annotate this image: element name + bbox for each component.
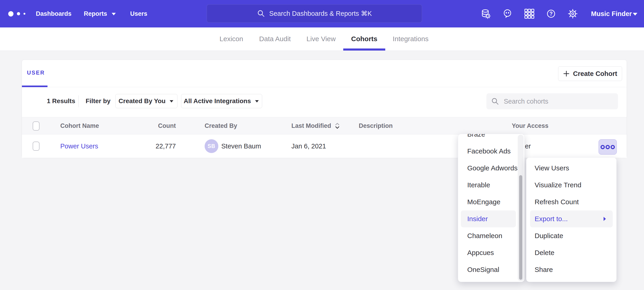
select-all-checkbox[interactable] (33, 121, 40, 130)
more-options-icon (600, 144, 615, 150)
menu-item-google-adwords[interactable]: Google Adwords (458, 160, 524, 177)
menu-item-duplicate[interactable]: Duplicate (526, 227, 616, 244)
export-to-label: Export to... (534, 215, 568, 223)
create-cohort-button[interactable]: Create Cohort (558, 66, 622, 81)
project-name: Music Finder (591, 10, 632, 18)
create-cohort-label: Create Cohort (573, 70, 617, 78)
integrations-filter-dropdown[interactable]: All Active Integrations (181, 94, 262, 108)
mixpanel-logo[interactable] (8, 0, 25, 28)
svg-text:?: ? (550, 11, 553, 17)
menu-item-share[interactable]: Share (526, 261, 616, 278)
cohort-count: 22,777 (145, 134, 176, 158)
tab-user-cohorts[interactable]: USER (27, 60, 45, 86)
chevron-down-icon (111, 11, 117, 17)
active-tab-underline (343, 49, 385, 51)
menu-item-facebook-ads[interactable]: Facebook Ads (458, 143, 524, 160)
menu-item-chameleon[interactable]: Chameleon (458, 227, 524, 244)
column-last-modified-label: Last Modified (292, 117, 331, 134)
search-cohorts-input[interactable] (486, 93, 618, 109)
column-your-access[interactable]: Your Access (512, 117, 548, 134)
logo-dot-large (8, 11, 14, 17)
tab-live-view[interactable]: Live View (306, 28, 336, 50)
row-context-menu: View Users Visualize Trend Refresh Count… (526, 157, 616, 282)
export-target-list: Braze Facebook Ads Google Adwords Iterab… (458, 134, 524, 278)
project-chevron-down-icon[interactable] (632, 11, 638, 17)
column-last-modified[interactable]: Last Modified (292, 117, 340, 134)
tab-cohorts[interactable]: Cohorts (351, 28, 378, 50)
row-actions-button[interactable] (598, 139, 617, 155)
data-management-icon[interactable] (480, 9, 491, 19)
nav-users-label: Users (130, 10, 147, 17)
menu-item-insider[interactable]: Insider (461, 210, 516, 227)
menu-item-delete[interactable]: Delete (526, 244, 616, 261)
chevron-down-icon (254, 98, 260, 104)
logo-dot-small (24, 13, 25, 15)
menu-item-appcues[interactable]: Appcues (458, 244, 524, 261)
tab-lexicon[interactable]: Lexicon (220, 28, 243, 50)
cohorts-panel: USER Create Cohort 1 Results Filter by C… (22, 60, 627, 158)
column-description[interactable]: Description (359, 117, 393, 134)
search-icon (257, 9, 265, 18)
avatar: SB (204, 139, 218, 153)
results-count: 1 Results (47, 94, 75, 108)
search-icon (491, 97, 499, 105)
last-modified-date: Jan 6, 2021 (292, 134, 326, 158)
project-switcher[interactable]: Music Finder (591, 0, 632, 28)
cohort-type-tabs: USER Create Cohort (22, 60, 627, 87)
table-row[interactable]: Power Users 22,777 SB Steven Baum Jan 6,… (22, 134, 627, 158)
global-search-placeholder: Search Dashboards & Reports ⌘K (269, 10, 372, 17)
integrations-filter-label: All Active Integrations (184, 97, 251, 105)
created-by-filter-dropdown[interactable]: Created By You (115, 94, 178, 108)
row-checkbox[interactable] (33, 141, 40, 151)
user-tab-underline (22, 86, 48, 87)
nav-users[interactable]: Users (130, 0, 147, 28)
menu-item-view-users[interactable]: View Users (526, 160, 616, 177)
menu-item-onesignal[interactable]: OneSignal (458, 261, 524, 278)
help-icon[interactable]: ? (546, 9, 556, 19)
tab-data-audit[interactable]: Data Audit (259, 28, 291, 50)
cohort-name-link[interactable]: Power Users (60, 134, 98, 158)
feedback-icon[interactable] (502, 9, 513, 19)
plus-icon (563, 70, 570, 77)
menu-item-braze[interactable]: Braze (458, 134, 524, 143)
column-cohort-name[interactable]: Cohort Name (60, 117, 99, 134)
scrollbar-thumb[interactable] (519, 175, 522, 280)
column-count[interactable]: Count (145, 117, 176, 134)
nav-dashboards[interactable]: Dashboards (36, 0, 72, 28)
top-nav: Dashboards Reports Users Search Dashboar… (0, 0, 644, 28)
menu-item-iterable[interactable]: Iterable (458, 177, 524, 194)
menu-item-moengage[interactable]: MoEngage (458, 194, 524, 210)
filter-by-label: Filter by (86, 94, 110, 108)
export-target-menu: Braze Facebook Ads Google Adwords Iterab… (458, 134, 524, 282)
nav-reports-label: Reports (84, 10, 107, 17)
menu-item-refresh-count[interactable]: Refresh Count (526, 194, 616, 210)
context-menu-list: View Users Visualize Trend Refresh Count… (526, 158, 616, 278)
logo-dot-medium (17, 12, 20, 15)
chevron-down-icon (169, 98, 174, 104)
created-by-name: Steven Baum (221, 134, 261, 158)
table-header: Cohort Name Count Created By Last Modifi… (22, 117, 627, 134)
created-by-filter-label: Created By You (118, 97, 166, 105)
nav-dashboards-label: Dashboards (36, 10, 72, 17)
menu-item-export-to[interactable]: Export to... (530, 210, 613, 227)
divider (78, 95, 78, 107)
tab-integrations[interactable]: Integrations (393, 28, 429, 50)
nav-reports[interactable]: Reports (84, 0, 117, 28)
column-created-by[interactable]: Created By (204, 117, 237, 134)
submenu-arrow-icon (602, 216, 607, 222)
data-section-tabs: Lexicon Data Audit Live View Cohorts Int… (0, 28, 644, 51)
settings-gear-icon[interactable] (568, 9, 578, 19)
apps-grid-icon[interactable] (524, 9, 534, 19)
global-search-input[interactable]: Search Dashboards & Reports ⌘K (207, 4, 422, 23)
menu-item-visualize-trend[interactable]: Visualize Trend (526, 177, 616, 194)
sort-icon (334, 122, 340, 130)
